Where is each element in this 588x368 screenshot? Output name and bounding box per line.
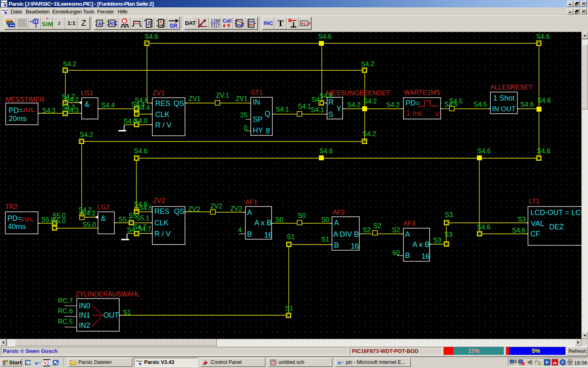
svg-text:A DIV B: A DIV B — [333, 230, 359, 238]
svg-text:&: & — [85, 100, 89, 108]
svg-text:ZYLINDERAUSWAHL: ZYLINDERAUSWAHL — [76, 291, 140, 298]
svg-text:S4.2: S4.2 — [361, 61, 374, 67]
svg-text:RES: RES — [154, 207, 169, 215]
svg-text:Q: Q — [265, 110, 270, 118]
svg-text:S4.6: S4.6 — [477, 148, 491, 155]
svg-text:V: V — [435, 111, 439, 118]
svg-text:40ms: 40ms — [8, 222, 26, 231]
svg-text:S0: S0 — [298, 212, 306, 219]
svg-text:S5.0: S5.0 — [82, 221, 96, 228]
svg-text:0: 0 — [244, 125, 247, 132]
svg-text:RC.6: RC.6 — [58, 307, 73, 314]
svg-text:S4.6: S4.6 — [145, 33, 158, 40]
svg-text:mpx: mpx — [237, 23, 245, 27]
svg-text:SR: SR — [169, 22, 177, 29]
svg-text:QS: QS — [174, 99, 184, 108]
svg-text:S4.6: S4.6 — [520, 101, 534, 108]
svg-text:PD=: PD= — [7, 214, 22, 222]
svg-text:S4.5: S4.5 — [474, 101, 487, 108]
svg-text:S4.0: S4.0 — [134, 117, 147, 124]
svg-text:2: 2 — [211, 23, 213, 28]
svg-text:Z: Z — [147, 20, 151, 27]
svg-text:S4: S4 — [312, 96, 320, 103]
svg-text:S3.: S3. — [445, 211, 454, 218]
svg-text:IN0: IN0 — [79, 302, 90, 310]
svg-text:8: 8 — [266, 127, 270, 135]
svg-text:ZV1: ZV1 — [236, 95, 247, 102]
svg-text:AF2: AF2 — [333, 209, 345, 216]
svg-text:LT1: LT1 — [529, 198, 539, 205]
svg-text:S1: S1 — [287, 233, 295, 240]
svg-text:RC.5: RC.5 — [58, 318, 73, 325]
svg-text:B: B — [247, 230, 252, 238]
svg-text:Y: Y — [336, 105, 341, 113]
svg-text:S4.6: S4.6 — [318, 33, 332, 40]
svg-text:R / V: R / V — [155, 121, 172, 129]
svg-text:BY: BY — [249, 23, 255, 27]
svg-text:e: e — [338, 359, 341, 366]
svg-text:&: & — [98, 20, 102, 27]
svg-text:PD=: PD= — [405, 99, 420, 107]
svg-text:AF1: AF1 — [245, 199, 257, 206]
svg-text:S4.5: S4.5 — [449, 98, 463, 105]
svg-text:RC.7: RC.7 — [58, 297, 73, 304]
svg-text:S1: S1 — [285, 305, 293, 312]
svg-text:ZV2: ZV2 — [188, 206, 200, 213]
svg-text:RES: RES — [155, 99, 170, 108]
svg-text:CF: CF — [530, 230, 540, 238]
svg-text:VAL: VAL — [531, 220, 544, 228]
svg-text:A: A — [247, 209, 252, 217]
svg-text:S2: S2 — [373, 222, 381, 229]
svg-text:S4.4: S4.4 — [101, 102, 115, 109]
svg-text:LCD-OUT = LCD: LCD-OUT = LCD — [530, 209, 581, 217]
svg-text:OUT: OUT — [103, 311, 119, 319]
svg-text:4: 4 — [238, 227, 242, 233]
svg-text:S4.2: S4.2 — [80, 131, 93, 138]
svg-text:S4.3: S4.3 — [42, 107, 56, 114]
svg-text:S4.2: S4.2 — [65, 96, 79, 103]
svg-text:ZV1: ZV1 — [153, 90, 165, 96]
svg-text:60: 60 — [392, 249, 400, 256]
svg-text:ZV2: ZV2 — [153, 197, 165, 204]
svg-text:IN1: IN1 — [79, 311, 90, 319]
svg-text:S4.6: S4.6 — [537, 97, 551, 104]
svg-text:S3: S3 — [518, 216, 526, 223]
svg-text:S5.0: S5.0 — [52, 218, 66, 224]
svg-text:Parsic: Parsic — [136, 360, 142, 362]
svg-text:CLK: CLK — [154, 219, 169, 227]
svg-text:S4: S4 — [127, 227, 135, 233]
svg-text:RS: RS — [109, 20, 117, 27]
svg-text:ZV1: ZV1 — [189, 95, 200, 102]
svg-text:S4.6: S4.6 — [512, 227, 526, 234]
svg-text:20ms: 20ms — [9, 114, 27, 123]
svg-text:Parsic: Parsic — [1, 1, 7, 4]
svg-text:S1: S1 — [123, 309, 131, 316]
svg-text:LG1: LG1 — [81, 90, 93, 96]
svg-text:S5.1: S5.1 — [136, 215, 149, 222]
svg-text:VR: VR — [159, 24, 164, 27]
svg-text:ZV2: ZV2 — [230, 205, 242, 212]
svg-text:IN2: IN2 — [79, 321, 90, 330]
svg-text:LG2: LG2 — [97, 204, 109, 211]
svg-text:98: 98 — [215, 18, 220, 23]
svg-text:S4.2: S4.2 — [363, 98, 377, 105]
svg-text:Call: Call — [223, 18, 232, 24]
svg-text:S4.2: S4.2 — [63, 61, 76, 67]
svg-text:S1: S1 — [321, 236, 330, 243]
svg-text:A: A — [405, 230, 410, 238]
svg-text:Z: Z — [160, 19, 162, 24]
svg-text:B: B — [334, 241, 339, 249]
svg-text:B: B — [405, 251, 410, 260]
svg-text:S4.1: S4.1 — [276, 106, 289, 113]
svg-text:2: 2 — [47, 360, 49, 366]
svg-text:CLK: CLK — [155, 110, 169, 119]
svg-text:R: R — [328, 98, 334, 106]
svg-text:16: 16 — [264, 231, 272, 239]
svg-text:25: 25 — [240, 112, 247, 119]
svg-text:S4.6: S4.6 — [477, 224, 490, 231]
svg-text:S4.6: S4.6 — [319, 92, 333, 99]
svg-text:S4.2: S4.2 — [363, 130, 376, 137]
svg-text:S3.: S3. — [444, 231, 454, 238]
svg-text:S5: S5 — [129, 212, 137, 219]
svg-text:TR2: TR2 — [5, 203, 18, 210]
